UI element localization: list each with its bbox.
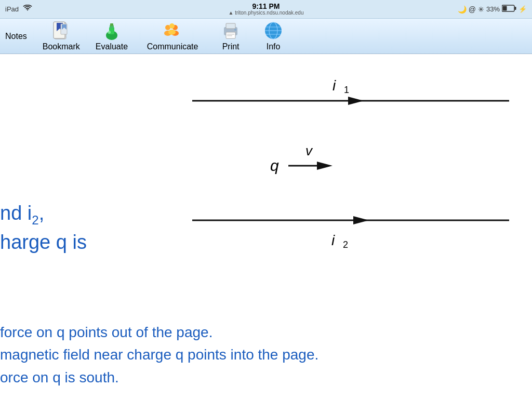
- main-content: i 1 q v i 2 nd i2, harge q is force on q…: [0, 54, 532, 399]
- at-icon: @: [469, 5, 476, 14]
- print-label: Print: [222, 42, 240, 51]
- device-label: iPad: [5, 5, 19, 13]
- toolbar-print[interactable]: Print: [210, 18, 251, 55]
- toolbar-evaluate[interactable]: Evaluate: [88, 18, 135, 55]
- evaluate-label: Evaluate: [96, 42, 128, 51]
- svg-text:i: i: [332, 77, 336, 94]
- svg-point-18: [168, 30, 176, 35]
- svg-point-12: [108, 31, 111, 34]
- bottom-line3: orce on q is south.: [0, 366, 318, 389]
- bottom-text: force on q points out of the page. magne…: [0, 321, 318, 389]
- battery-icon: [502, 5, 516, 14]
- svg-rect-11: [110, 23, 113, 26]
- bottom-line1: force on q points out of the page.: [0, 321, 318, 343]
- moon-icon: 🌙: [458, 5, 467, 14]
- toolbar-communicate[interactable]: Communicate: [136, 18, 209, 55]
- status-center: 9:11 PM ▲ triton.physics.ndsu.nodak.edu: [229, 3, 304, 16]
- svg-text:q: q: [270, 157, 279, 174]
- svg-text:i: i: [331, 232, 335, 248]
- svg-rect-22: [227, 34, 234, 35]
- toolbar-bookmark[interactable]: Bookmark: [35, 18, 87, 55]
- info-icon: [263, 21, 283, 41]
- evaluate-icon: [102, 21, 122, 41]
- status-url: ▲ triton.physics.ndsu.nodak.edu: [229, 10, 304, 16]
- svg-marker-39: [353, 216, 369, 224]
- svg-rect-20: [226, 23, 235, 29]
- physics-diagram: i 1 q v i 2: [177, 59, 530, 314]
- svg-rect-23: [227, 35, 232, 36]
- svg-point-24: [234, 29, 236, 31]
- svg-marker-31: [348, 97, 364, 105]
- wifi-icon: [23, 5, 32, 14]
- charging-icon: ⚡: [518, 5, 527, 13]
- print-icon: [221, 21, 241, 41]
- toolbar: Notes Bookmark Evaluate: [0, 19, 532, 54]
- info-label: Info: [267, 42, 281, 51]
- toolbar-info[interactable]: Info: [252, 18, 294, 55]
- bookmark-label: Bookmark: [43, 42, 80, 51]
- svg-rect-2: [503, 6, 507, 11]
- svg-text:v: v: [305, 143, 313, 158]
- bluetooth-icon: ✳: [478, 5, 484, 14]
- svg-rect-1: [515, 7, 516, 10]
- left-text: nd i2, harge q is: [0, 200, 87, 256]
- battery-percent: 33%: [486, 5, 500, 13]
- status-time: 9:11 PM: [229, 3, 304, 10]
- communicate-icon: [163, 21, 182, 41]
- notes-label: Notes: [5, 32, 27, 41]
- svg-text:2: 2: [343, 240, 348, 250]
- communicate-label: Communicate: [147, 42, 198, 51]
- svg-point-17: [169, 23, 175, 29]
- toolbar-notes[interactable]: Notes: [3, 29, 34, 44]
- status-bar: iPad 9:11 PM ▲ triton.physics.ndsu.nodak…: [0, 0, 532, 19]
- svg-marker-36: [317, 162, 332, 170]
- bottom-line2: magnetic field near charge q points into…: [0, 343, 318, 366]
- bookmark-icon: [51, 21, 71, 41]
- status-right: 🌙 @ ✳ 33% ⚡: [458, 5, 527, 14]
- svg-text:1: 1: [344, 85, 349, 95]
